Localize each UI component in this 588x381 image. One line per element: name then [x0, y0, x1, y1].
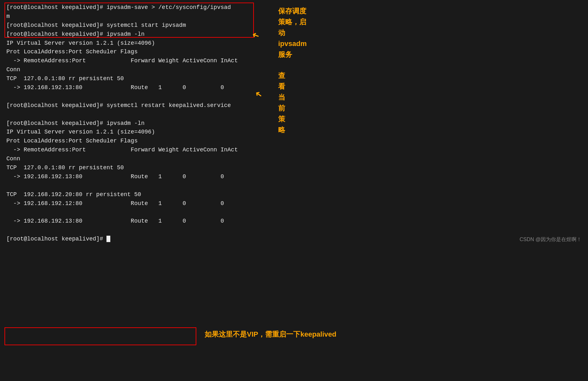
- annotation-vip: 如果这里不是VIP，需重启一下keepalived: [205, 329, 336, 340]
- line-22: [root@localhost keepalived]#: [6, 235, 582, 244]
- highlight-box-2: [4, 327, 196, 345]
- line-20: -> 192.168.192.12:80 Route 1 0 0: [6, 199, 582, 208]
- line-blank-5: [6, 226, 582, 235]
- watermark: CSDN @因为你是在煜啊！: [520, 236, 582, 244]
- line-15: -> RemoteAddress:Port Forward Weight Act…: [6, 146, 582, 155]
- line-9: TCP 127.0.0.1:80 rr persistent 50: [6, 74, 582, 83]
- line-13: IP Virtual Server version 1.2.1 (size=40…: [6, 128, 582, 137]
- line-10: -> 192.168.192.13:80 Route 1 0 0: [6, 83, 582, 92]
- line-blank-1: [6, 92, 582, 101]
- line-16: Conn: [6, 155, 582, 164]
- line-12: [root@localhost keepalived]# ipvsadm -ln: [6, 119, 582, 128]
- line-blank-4: [6, 208, 582, 217]
- terminal: [root@localhost keepalived]# ipvsadm-sav…: [0, 0, 588, 247]
- line-blank-2: [6, 110, 582, 119]
- line-18: -> 192.168.192.13:80 Route 1 0 0: [6, 172, 582, 181]
- line-blank-3: [6, 181, 582, 190]
- line-21: -> 192.168.192.13:80 Route 1 0 0: [6, 217, 582, 226]
- line-11: [root@localhost keepalived]# systemctl r…: [6, 101, 582, 110]
- line-14: Prot LocalAddress:Port Scheduler Flags: [6, 137, 582, 146]
- line-8: Conn: [6, 65, 582, 74]
- cursor: [106, 236, 110, 242]
- line-17: TCP 127.0.0.1:80 rr persistent 50: [6, 164, 582, 172]
- line-19: TCP 192.168.192.20:80 rr persistent 50: [6, 190, 582, 199]
